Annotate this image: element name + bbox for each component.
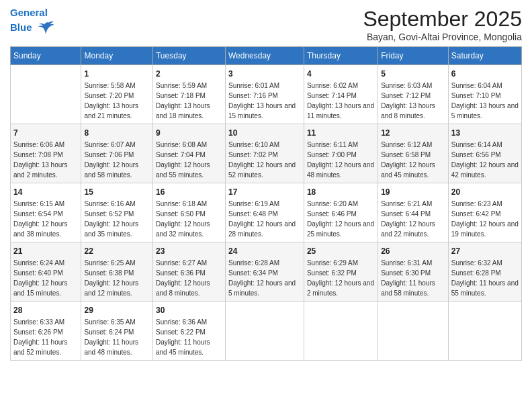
calendar-cell: 22Sunrise: 6:25 AMSunset: 6:38 PMDayligh…: [81, 242, 153, 302]
day-info: Sunrise: 6:21 AMSunset: 6:44 PMDaylight:…: [381, 199, 445, 239]
day-number: 20: [451, 186, 519, 198]
title-block: September 2025 Bayan, Govi-Altai Provinc…: [363, 7, 522, 42]
day-number: 7: [13, 127, 78, 139]
week-row-5: 28Sunrise: 6:33 AMSunset: 6:26 PMDayligh…: [11, 302, 522, 361]
day-number: 26: [381, 245, 445, 257]
calendar-cell: [448, 302, 521, 361]
calendar-cell: 2Sunrise: 5:59 AMSunset: 7:18 PMDaylight…: [152, 65, 225, 124]
calendar-cell: 29Sunrise: 6:35 AMSunset: 6:24 PMDayligh…: [81, 302, 153, 361]
calendar-cell: 6Sunrise: 6:04 AMSunset: 7:10 PMDaylight…: [448, 65, 521, 124]
day-info: Sunrise: 6:16 AMSunset: 6:52 PMDaylight:…: [84, 199, 150, 239]
calendar-cell: 12Sunrise: 6:12 AMSunset: 6:58 PMDayligh…: [378, 124, 449, 183]
day-info: Sunrise: 6:12 AMSunset: 6:58 PMDaylight:…: [381, 140, 445, 180]
day-number: 23: [156, 245, 222, 257]
day-info: Sunrise: 6:28 AMSunset: 6:34 PMDaylight:…: [228, 258, 301, 298]
day-info: Sunrise: 6:33 AMSunset: 6:26 PMDaylight:…: [13, 317, 78, 357]
day-info: Sunrise: 6:32 AMSunset: 6:28 PMDaylight:…: [451, 258, 519, 298]
calendar-cell: 15Sunrise: 6:16 AMSunset: 6:52 PMDayligh…: [81, 183, 153, 242]
calendar-table: SundayMondayTuesdayWednesdayThursdayFrid…: [10, 46, 522, 361]
calendar-cell: 19Sunrise: 6:21 AMSunset: 6:44 PMDayligh…: [378, 183, 449, 242]
day-number: 24: [228, 245, 301, 257]
calendar-cell: 8Sunrise: 6:07 AMSunset: 7:06 PMDaylight…: [81, 124, 153, 183]
header-day-saturday: Saturday: [448, 47, 521, 65]
day-info: Sunrise: 6:08 AMSunset: 7:04 PMDaylight:…: [156, 140, 222, 180]
calendar-cell: 30Sunrise: 6:36 AMSunset: 6:22 PMDayligh…: [152, 302, 225, 361]
day-info: Sunrise: 6:29 AMSunset: 6:32 PMDaylight:…: [307, 258, 375, 298]
calendar-cell: 4Sunrise: 6:02 AMSunset: 7:14 PMDaylight…: [304, 65, 378, 124]
calendar-cell: 14Sunrise: 6:15 AMSunset: 6:54 PMDayligh…: [11, 183, 81, 242]
day-number: 18: [307, 186, 375, 198]
logo-text-line2: Blue: [10, 19, 55, 38]
week-row-4: 21Sunrise: 6:24 AMSunset: 6:40 PMDayligh…: [11, 242, 522, 302]
calendar-cell: 26Sunrise: 6:31 AMSunset: 6:30 PMDayligh…: [378, 242, 449, 302]
logo-text-line1: General: [10, 7, 55, 19]
calendar-cell: [11, 65, 81, 124]
day-number: 4: [307, 68, 375, 80]
header-day-sunday: Sunday: [11, 47, 81, 65]
day-info: Sunrise: 6:25 AMSunset: 6:38 PMDaylight:…: [84, 258, 150, 298]
day-number: 14: [13, 186, 78, 198]
day-number: 17: [228, 186, 301, 198]
day-info: Sunrise: 6:36 AMSunset: 6:22 PMDaylight:…: [156, 317, 222, 357]
calendar-cell: 16Sunrise: 6:18 AMSunset: 6:50 PMDayligh…: [152, 183, 225, 242]
calendar-cell: 10Sunrise: 6:10 AMSunset: 7:02 PMDayligh…: [225, 124, 304, 183]
header-row: SundayMondayTuesdayWednesdayThursdayFrid…: [11, 47, 522, 65]
calendar-cell: 21Sunrise: 6:24 AMSunset: 6:40 PMDayligh…: [11, 242, 81, 302]
day-info: Sunrise: 6:07 AMSunset: 7:06 PMDaylight:…: [84, 140, 150, 180]
calendar-cell: [225, 302, 304, 361]
day-number: 30: [156, 304, 222, 316]
week-row-3: 14Sunrise: 6:15 AMSunset: 6:54 PMDayligh…: [11, 183, 522, 242]
calendar-cell: 7Sunrise: 6:06 AMSunset: 7:08 PMDaylight…: [11, 124, 81, 183]
day-number: 25: [307, 245, 375, 257]
day-number: 5: [381, 68, 445, 80]
day-number: 10: [228, 127, 301, 139]
calendar-cell: 3Sunrise: 6:01 AMSunset: 7:16 PMDaylight…: [225, 65, 304, 124]
day-info: Sunrise: 5:59 AMSunset: 7:18 PMDaylight:…: [156, 81, 222, 121]
day-info: Sunrise: 6:10 AMSunset: 7:02 PMDaylight:…: [228, 140, 301, 180]
day-info: Sunrise: 6:04 AMSunset: 7:10 PMDaylight:…: [451, 81, 519, 121]
day-number: 2: [156, 68, 222, 80]
day-number: 9: [156, 127, 222, 139]
calendar-cell: 24Sunrise: 6:28 AMSunset: 6:34 PMDayligh…: [225, 242, 304, 302]
day-number: 6: [451, 68, 519, 80]
day-number: 27: [451, 245, 519, 257]
day-number: 11: [307, 127, 375, 139]
day-number: 3: [228, 68, 301, 80]
day-info: Sunrise: 6:15 AMSunset: 6:54 PMDaylight:…: [13, 199, 78, 239]
day-info: Sunrise: 6:31 AMSunset: 6:30 PMDaylight:…: [381, 258, 445, 298]
day-info: Sunrise: 6:06 AMSunset: 7:08 PMDaylight:…: [13, 140, 78, 180]
subtitle: Bayan, Govi-Altai Province, Mongolia: [363, 32, 522, 42]
day-number: 22: [84, 245, 150, 257]
day-info: Sunrise: 6:24 AMSunset: 6:40 PMDaylight:…: [13, 258, 78, 298]
calendar-cell: 13Sunrise: 6:14 AMSunset: 6:56 PMDayligh…: [448, 124, 521, 183]
day-number: 16: [156, 186, 222, 198]
calendar-cell: 17Sunrise: 6:19 AMSunset: 6:48 PMDayligh…: [225, 183, 304, 242]
day-info: Sunrise: 5:58 AMSunset: 7:20 PMDaylight:…: [84, 81, 150, 121]
main-title: September 2025: [363, 7, 522, 32]
header-day-monday: Monday: [81, 47, 153, 65]
calendar-cell: 9Sunrise: 6:08 AMSunset: 7:04 PMDaylight…: [152, 124, 225, 183]
day-info: Sunrise: 6:11 AMSunset: 7:00 PMDaylight:…: [307, 140, 375, 180]
calendar-cell: [304, 302, 378, 361]
day-number: 15: [84, 186, 150, 198]
day-number: 13: [451, 127, 519, 139]
logo-bird-icon: [36, 19, 55, 38]
calendar-cell: 20Sunrise: 6:23 AMSunset: 6:42 PMDayligh…: [448, 183, 521, 242]
day-info: Sunrise: 6:02 AMSunset: 7:14 PMDaylight:…: [307, 81, 375, 121]
header-day-friday: Friday: [378, 47, 449, 65]
calendar-cell: 27Sunrise: 6:32 AMSunset: 6:28 PMDayligh…: [448, 242, 521, 302]
calendar-cell: 1Sunrise: 5:58 AMSunset: 7:20 PMDaylight…: [81, 65, 153, 124]
day-number: 1: [84, 68, 150, 80]
day-number: 29: [84, 304, 150, 316]
day-info: Sunrise: 6:35 AMSunset: 6:24 PMDaylight:…: [84, 317, 150, 357]
day-info: Sunrise: 6:20 AMSunset: 6:46 PMDaylight:…: [307, 199, 375, 239]
day-info: Sunrise: 6:14 AMSunset: 6:56 PMDaylight:…: [451, 140, 519, 180]
calendar-cell: [378, 302, 449, 361]
header-day-tuesday: Tuesday: [152, 47, 225, 65]
day-number: 21: [13, 245, 78, 257]
day-number: 28: [13, 304, 78, 316]
header-day-wednesday: Wednesday: [225, 47, 304, 65]
logo: General Blue: [10, 7, 55, 38]
day-number: 19: [381, 186, 445, 198]
header-day-thursday: Thursday: [304, 47, 378, 65]
